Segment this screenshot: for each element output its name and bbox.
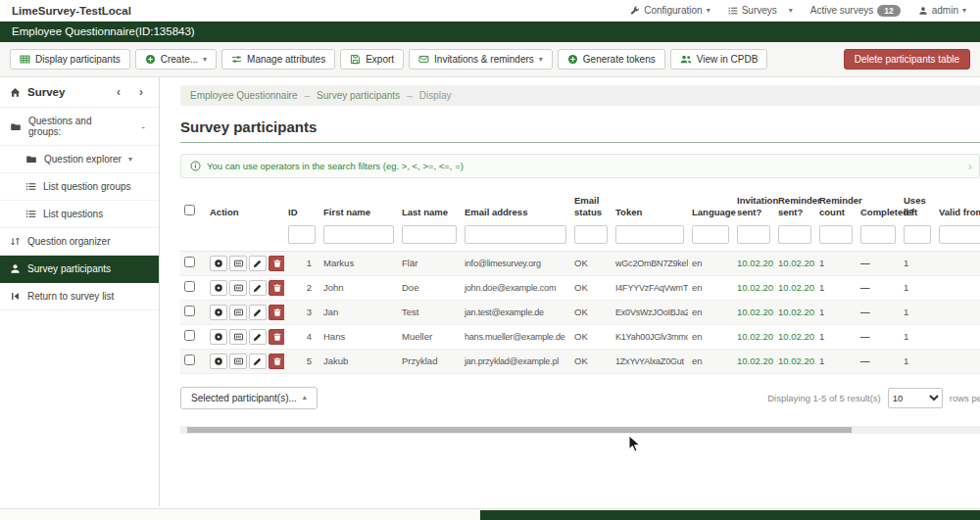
first_name-filter-input[interactable] (323, 225, 394, 244)
invitation_sent-link[interactable]: 10.02.2017 (737, 258, 774, 268)
view-response-button[interactable] (229, 280, 247, 296)
selected-participants-button[interactable]: Selected participant(s)... ▴ (180, 387, 318, 409)
column-header-token[interactable]: Token (612, 192, 688, 223)
edit-participant-button[interactable] (249, 305, 267, 320)
reminder_sent-link[interactable]: 10.02.2017 (778, 307, 815, 317)
cell-select (180, 275, 206, 300)
breadcrumb-item-survey-participants[interactable]: Survey participants (317, 90, 400, 101)
last_name-filter-input[interactable] (402, 225, 457, 244)
view-response-button[interactable] (229, 256, 247, 271)
invitation_sent-filter-input[interactable] (737, 225, 770, 244)
create-button[interactable]: Create...▾ (135, 49, 217, 70)
reminder_sent-link[interactable]: 10.02.2017 (778, 282, 815, 293)
chevron-left-icon[interactable]: ‹ (111, 85, 126, 99)
column-header-action[interactable]: Action (206, 192, 284, 223)
cell-reminder_sent: 10.02.2017 (774, 349, 815, 373)
view-participant-button[interactable] (210, 354, 227, 369)
view-participant-button[interactable] (210, 329, 227, 345)
column-header-completed[interactable]: Completed? (857, 192, 900, 223)
delete-participant-button[interactable] (269, 305, 284, 320)
view-response-button[interactable] (229, 354, 247, 369)
display-participants-button[interactable]: Display participants (10, 49, 130, 70)
info-icon (190, 161, 201, 171)
reminder_count-filter-input[interactable] (819, 225, 853, 244)
view-participant-button[interactable] (210, 305, 227, 320)
sidebar-item-list-questions[interactable]: List questions (0, 201, 159, 228)
completed-filter-input[interactable] (860, 225, 896, 244)
active-surveys[interactable]: Active surveys 12 (810, 5, 901, 17)
column-header-email_status[interactable]: Email status (570, 192, 612, 223)
sidebar-item-question-organizer[interactable]: Question organizer (0, 228, 159, 256)
reminder_sent-filter-input[interactable] (778, 225, 811, 244)
sidebar-item-questions-and-groups[interactable]: Questions and groups:- (0, 108, 159, 146)
invitation_sent-link[interactable]: 10.02.2017 (737, 331, 774, 342)
view-participant-button[interactable] (210, 280, 227, 296)
admin-menu[interactable]: admin ▾ (918, 5, 966, 16)
scrollbar-thumb[interactable] (187, 427, 852, 433)
edit-participant-button[interactable] (249, 256, 267, 271)
chevron-right-icon[interactable]: › (968, 159, 972, 173)
generate-tokens-button[interactable]: Generate tokens (558, 49, 665, 70)
reminder_sent-link[interactable]: 10.02.2017 (778, 331, 815, 342)
language-filter-input[interactable] (692, 225, 729, 244)
view-response-button[interactable] (229, 329, 247, 345)
export-button[interactable]: Export (340, 49, 404, 70)
horizontal-scrollbar[interactable] (180, 426, 980, 434)
column-header-reminder_sent[interactable]: Reminder sent? (774, 192, 815, 223)
page-size-select[interactable]: 10 (888, 388, 943, 408)
delete-participant-button[interactable] (269, 354, 284, 369)
breadcrumb-separator: – (305, 90, 311, 101)
reminder_sent-link[interactable]: 10.02.2017 (778, 355, 815, 366)
view-participant-button[interactable] (210, 256, 227, 271)
delete-participant-button[interactable] (269, 329, 284, 345)
sidebar-item-list-question-groups[interactable]: List question groups (0, 173, 159, 201)
cell-email_status: OK (570, 275, 612, 300)
invitation_sent-link[interactable]: 10.02.2017 (737, 307, 774, 317)
email_status-filter-input[interactable] (574, 225, 608, 244)
sidebar-item-question-explorer[interactable]: Question explorer▾ (0, 146, 159, 173)
sidebar-item-survey[interactable]: Survey‹› (0, 77, 159, 108)
reminder_sent-link[interactable]: 10.02.2017 (778, 258, 815, 268)
edit-participant-button[interactable] (249, 354, 267, 369)
sidebar-item-return-to-survey-list[interactable]: Return to survey list (0, 283, 159, 310)
column-header-uses_left[interactable]: Uses left (900, 192, 935, 223)
column-header-invitation_sent[interactable]: Invitation sent? (733, 192, 774, 223)
row-checkbox[interactable] (184, 355, 195, 365)
row-checkbox[interactable] (184, 281, 195, 292)
delete-participant-button[interactable] (269, 280, 284, 296)
email-filter-input[interactable] (465, 225, 566, 244)
invitations-reminders-button[interactable]: Invitations & reminders▾ (409, 49, 553, 70)
invitation_sent-link[interactable]: 10.02.2017 (737, 355, 774, 366)
delete-participants-table-button[interactable]: Delete participants table (844, 49, 970, 70)
manage-attributes-button[interactable]: Manage attributes (221, 49, 335, 70)
column-header-reminder_count[interactable]: Reminder count (815, 192, 857, 223)
row-checkbox[interactable] (184, 330, 195, 341)
column-header-email[interactable]: Email address (461, 192, 570, 223)
view-in-cpdb-button[interactable]: View in CPDB (670, 49, 768, 70)
surveys-menu[interactable]: Surveys ▾ (728, 5, 793, 16)
view-response-button[interactable] (229, 305, 247, 320)
invitation_sent-link[interactable]: 10.02.2017 (737, 282, 774, 293)
column-header-id[interactable]: ID (284, 192, 319, 223)
valid_from-filter-input[interactable] (939, 225, 980, 244)
row-checkbox[interactable] (184, 257, 195, 267)
id-filter-input[interactable] (288, 225, 316, 244)
edit-participant-button[interactable] (249, 329, 267, 345)
token-filter-input[interactable] (615, 225, 684, 244)
sidebar-item-survey-participants[interactable]: Survey participants (0, 256, 159, 283)
participants-table: ActionIDFirst nameLast nameEmail address… (180, 192, 980, 374)
breadcrumb-item-employee-questionnaire[interactable]: Employee Questionnaire (190, 90, 298, 101)
column-header-valid_from[interactable]: Valid from (935, 192, 980, 223)
delete-participant-button[interactable] (269, 256, 284, 271)
row-actions (210, 354, 284, 369)
column-header-language[interactable]: Language (688, 192, 733, 223)
collapse-icon[interactable]: - (137, 120, 149, 132)
edit-participant-button[interactable] (249, 280, 267, 296)
column-header-first_name[interactable]: First name (319, 192, 398, 223)
chevron-right-icon[interactable]: › (133, 85, 149, 99)
row-checkbox[interactable] (184, 306, 195, 316)
select-all-checkbox[interactable] (184, 205, 195, 215)
configuration-menu[interactable]: Configuration ▾ (630, 5, 710, 16)
uses_left-filter-input[interactable] (904, 225, 931, 244)
column-header-last_name[interactable]: Last name (398, 192, 461, 223)
